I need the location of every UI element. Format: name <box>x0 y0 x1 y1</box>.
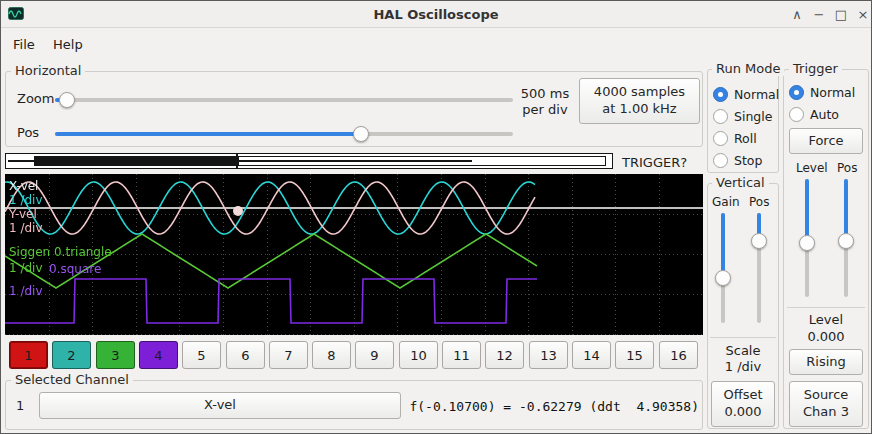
trigger-pos-slider-thumb[interactable] <box>838 233 854 249</box>
channel-button-3[interactable]: 3 <box>96 341 135 369</box>
scope-channel-label: Siggen 0.triangle <box>9 245 112 259</box>
vertical-pos-slider-thumb[interactable] <box>751 233 767 249</box>
samples-button[interactable]: 4000 samples at 1.00 kHz <box>579 78 700 124</box>
run-mode-option-normal[interactable]: Normal <box>713 87 779 102</box>
channel-button-2[interactable]: 2 <box>52 341 91 369</box>
radio-label: Normal <box>734 87 779 102</box>
channel-button-15[interactable]: 15 <box>615 341 654 369</box>
trigger-pos-slider-label: Pos <box>837 161 857 175</box>
vertical-scale-caption: Scale <box>707 343 779 358</box>
channel-button-16[interactable]: 16 <box>659 341 698 369</box>
trigger-pos-slider-fill <box>844 179 848 241</box>
trigger-group <box>783 69 869 429</box>
channel-button-7[interactable]: 7 <box>269 341 308 369</box>
trigger-mode-option-auto[interactable]: Auto <box>789 107 839 122</box>
selected-channel-number: 1 <box>16 398 24 413</box>
vertical-group-label: Vertical <box>712 175 769 190</box>
pos-slider-fill <box>55 132 361 136</box>
radio-icon <box>713 87 728 102</box>
trigger-question-label: TRIGGER? <box>622 155 687 170</box>
pos-label: Pos <box>17 125 39 140</box>
radio-label: Auto <box>810 107 839 122</box>
channel-button-12[interactable]: 12 <box>485 341 524 369</box>
time-per-div-value: 500 ms <box>515 86 575 102</box>
force-button[interactable]: Force <box>789 128 863 154</box>
menu-help[interactable]: Help <box>45 34 91 55</box>
run-mode-option-single[interactable]: Single <box>713 109 772 124</box>
trigger-group-label: Trigger <box>789 61 842 76</box>
zoom-slider-thumb[interactable] <box>59 92 75 108</box>
scope-channel-label: 1 /div <box>9 193 43 207</box>
vertical-gain-label: Gain <box>712 195 740 209</box>
scope-channel-label: 0.square <box>49 262 101 276</box>
run-mode-group-label: Run Mode <box>712 61 784 76</box>
channel-button-14[interactable]: 14 <box>572 341 611 369</box>
trigger-separator <box>787 307 865 308</box>
run-mode-option-stop[interactable]: Stop <box>713 153 762 168</box>
radio-label: Single <box>734 109 772 124</box>
minimize-button[interactable]: − <box>809 1 829 28</box>
scope-channel-label: X-vel <box>9 179 38 193</box>
radio-icon <box>789 107 804 122</box>
horizontal-group-label: Horizontal <box>11 63 85 78</box>
channel-button-10[interactable]: 10 <box>399 341 438 369</box>
channel-button-6[interactable]: 6 <box>226 341 265 369</box>
channel-button-5[interactable]: 5 <box>182 341 221 369</box>
trigger-level-value: 0.000 <box>783 329 869 344</box>
trigger-slope-button[interactable]: Rising <box>789 349 863 375</box>
vertical-offset-button[interactable]: Offset 0.000 <box>711 381 775 427</box>
pos-slider-thumb[interactable] <box>353 126 369 142</box>
maximize-button[interactable]: □ <box>831 1 851 28</box>
radio-icon <box>713 153 728 168</box>
radio-label: Stop <box>734 153 762 168</box>
zoom-slider[interactable] <box>55 98 513 102</box>
window-title: HAL Oscilloscope <box>1 7 871 22</box>
vertical-separator <box>710 337 776 338</box>
channel-button-8[interactable]: 8 <box>312 341 351 369</box>
shade-button[interactable]: ∧ <box>787 1 807 28</box>
channel-button-1[interactable]: 1 <box>9 341 48 369</box>
trigger-level-slider-fill <box>805 179 809 243</box>
channel-button-13[interactable]: 13 <box>529 341 568 369</box>
selected-channel-group-label: Selected Channel <box>11 372 133 387</box>
channel-button-4[interactable]: 4 <box>139 341 178 369</box>
trigger-level-caption: Level <box>783 312 869 327</box>
radio-label: Roll <box>734 131 757 146</box>
trigbar-trigger-mark[interactable] <box>236 154 238 168</box>
radio-label: Normal <box>810 85 855 100</box>
trigger-mode-option-normal[interactable]: Normal <box>789 85 855 100</box>
close-button[interactable]: × <box>853 1 872 28</box>
trigbar-filled-region <box>34 156 239 166</box>
scope: X-vel1 /divY-vel1 /divSiggen 0.triangle1… <box>5 174 703 335</box>
scope-channel-label: Y-vel <box>9 207 37 221</box>
radio-icon <box>789 85 804 100</box>
channel-button-9[interactable]: 9 <box>355 341 394 369</box>
scope-channel-label: 1 /div <box>9 221 43 235</box>
titlebar[interactable]: HAL Oscilloscope ∧ − □ × <box>1 1 871 28</box>
radio-icon <box>713 109 728 124</box>
time-per-div: 500 ms per div <box>515 86 575 118</box>
scope-channel-label: 1 /div <box>9 284 43 298</box>
channel-name-button[interactable]: X-vel <box>39 392 401 419</box>
channel-button-11[interactable]: 11 <box>442 341 481 369</box>
time-per-div-unit: per div <box>515 102 575 118</box>
radio-icon <box>713 131 728 146</box>
vertical-pos-label: Pos <box>749 195 769 209</box>
vertical-gain-slider-fill <box>721 213 725 278</box>
vertical-scale-value: 1 /div <box>707 359 779 374</box>
trigger-source-button[interactable]: Source Chan 3 <box>789 381 863 427</box>
scope-channel-label: 1 /div <box>9 261 43 275</box>
vertical-gain-slider-thumb[interactable] <box>715 270 731 286</box>
menu-file[interactable]: File <box>5 34 43 55</box>
trigger-level-slider-label: Level <box>796 161 828 175</box>
zoom-label: Zoom <box>17 91 54 106</box>
trigger-level-slider-thumb[interactable] <box>799 235 815 251</box>
channel-readout: f(-0.10700) = -0.62279 (ddt 4.90358) <box>399 399 699 414</box>
app-window: HAL Oscilloscope ∧ − □ × File Help Horiz… <box>0 0 872 434</box>
trigger-position-bar[interactable] <box>5 153 613 169</box>
run-mode-option-roll[interactable]: Roll <box>713 131 757 146</box>
